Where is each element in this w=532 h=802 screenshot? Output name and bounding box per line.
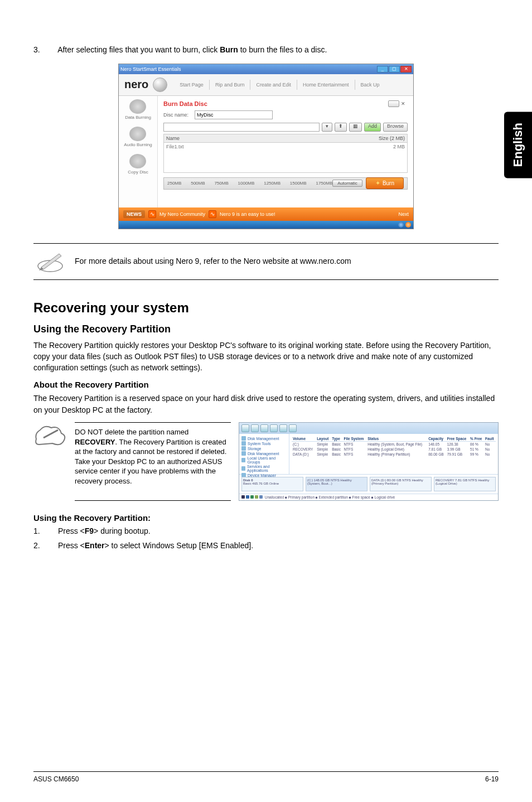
tab-create-edit[interactable]: Create and Edit — [250, 80, 297, 90]
sidebar-copy-disc[interactable]: Copy Disc — [128, 154, 148, 175]
col-size: Size (2 MB) — [379, 136, 405, 141]
disk-layout-bar: Disk 0Basic 465.76 GB Online (C:) 148.05… — [239, 474, 498, 494]
add-button[interactable]: Add — [364, 123, 381, 132]
recovery-paragraph-2: The Recovery Partition is a reserved spa… — [33, 393, 499, 416]
file-list[interactable]: Name Size (2 MB) File1.txt 2 MB — [163, 134, 408, 173]
rss-icon[interactable]: ∿ — [209, 210, 216, 218]
partition-c[interactable]: (C:) 148.05 GB NTFS Healthy (System, Boo… — [306, 477, 367, 491]
step-3-text-a: After selecting files that you want to b… — [57, 45, 220, 54]
disk-legend: Unallocated ■ Primary partition ■ Extend… — [239, 494, 498, 500]
tree-item[interactable]: Disk Management — [241, 451, 287, 456]
toolbar-icon — [289, 424, 297, 432]
minimize-button[interactable]: _ — [377, 66, 388, 73]
recovery-paragraph-1: The Recovery Partition quickly restores … — [33, 340, 499, 374]
col-header: File System — [342, 436, 366, 442]
step-2-text-a: Press < — [58, 541, 85, 550]
note-text: For more details about using Nero 9, ref… — [75, 256, 351, 267]
tab-rip-burn[interactable]: Rip and Burn — [209, 80, 250, 90]
col-header: Status — [366, 436, 427, 442]
footer-dot-icon — [398, 222, 404, 228]
sidebar-audio-burning[interactable]: Audio Burning — [124, 127, 152, 147]
col-header: Layout — [316, 436, 331, 442]
tab-backup[interactable]: Back Up — [355, 80, 385, 90]
close-button[interactable]: ✕ — [400, 66, 412, 73]
warning-text: DO NOT delete the partition named RECOVE… — [75, 422, 231, 501]
footer-dot-icon — [405, 222, 411, 228]
legend-text: Unallocated ■ Primary partition ■ Extend… — [265, 495, 395, 499]
news-item-1[interactable]: My Nero Community — [159, 211, 205, 217]
disc-name-input[interactable] — [195, 110, 273, 119]
nero-sidebar: Data Burning Audio Burning Copy Disc — [119, 96, 158, 207]
language-tab: English — [504, 112, 532, 178]
news-item-2[interactable]: Nero 9 is an easy to use! — [220, 211, 275, 217]
rss-icon[interactable]: ∿ — [148, 210, 156, 218]
disk-volume-table: Volume Layout Type File System Status Ca… — [289, 434, 498, 474]
tick: 500MB — [191, 181, 205, 186]
nero-news-bar: NEWS ∿ My Nero Community ∿ Nero 9 is an … — [119, 207, 413, 221]
nero-titlebar: Nero StartSmart Essentials _ ▢ ✕ — [119, 64, 413, 74]
copy-disc-icon — [129, 154, 146, 168]
step-3-num: 3. — [33, 45, 56, 56]
news-next[interactable]: Next — [398, 211, 409, 217]
col-header: % Free — [469, 436, 484, 442]
panel-close[interactable]: ✕ — [388, 100, 405, 107]
col-header: Type — [331, 436, 342, 442]
sidebar-label: Copy Disc — [128, 170, 148, 175]
automatic-dropdown[interactable]: Automatic — [332, 180, 362, 187]
table-row[interactable]: RECOVERYSimpleBasicNTFSHealthy (Logical … — [292, 447, 496, 452]
disc-icon — [129, 99, 146, 114]
tree-item[interactable]: System Tools — [241, 441, 287, 446]
up-folder-button[interactable]: ⬆ — [335, 123, 347, 132]
glossy-orb-icon — [153, 78, 167, 92]
partition-d[interactable]: DATA (D:) 80.00 GB NTFS Healthy (Primary… — [370, 477, 432, 491]
page-footer: ASUS CM6650 6-19 — [33, 771, 499, 783]
maximize-button[interactable]: ▢ — [389, 66, 400, 73]
tree-item[interactable]: Disk Management — [241, 436, 287, 441]
path-input[interactable] — [163, 123, 320, 132]
sidebar-label: Data Burning — [125, 115, 151, 120]
dropdown-icon[interactable]: ▾ — [322, 123, 332, 132]
tree-item[interactable]: Storage — [241, 446, 287, 451]
tree-item[interactable]: Local Users and Groups — [241, 456, 287, 464]
table-row[interactable]: (C:)SimpleBasicNTFSHealthy (System, Boot… — [292, 442, 496, 447]
tab-home-ent[interactable]: Home Entertainment — [297, 80, 355, 90]
disk-management-screenshot: Disk Management System Tools Storage Dis… — [239, 422, 499, 501]
capacity-ruler: 250MB 500MB 750MB 1000MB 1250MB 1500MB 1… — [163, 177, 408, 190]
step-1-text-a: Press < — [58, 526, 85, 535]
list-item[interactable]: File1.txt 2 MB — [164, 143, 407, 151]
tick: 1250MB — [264, 181, 280, 186]
recovery-step-2: 2. Press <Enter> to select Windows Setup… — [33, 540, 499, 552]
step-1-text-b: > during bootup. — [94, 526, 151, 535]
file-size: 2 MB — [393, 144, 405, 149]
toolbar-icon — [251, 424, 259, 432]
nero-footer — [119, 221, 413, 229]
recovering-heading: Recovering your system — [33, 300, 499, 316]
footer-model: ASUS CM6650 — [33, 775, 79, 783]
step-2-key: Enter — [85, 541, 105, 550]
tick: 1500MB — [290, 181, 307, 186]
toolbar-icon — [279, 424, 287, 432]
browse-button[interactable]: Browse — [383, 123, 408, 132]
view-button[interactable]: ▦ — [349, 123, 362, 132]
warn-text-a: DO NOT delete the partition named — [75, 428, 188, 436]
partition-recovery[interactable]: RECOVERY 7.81 GB NTFS Healthy (Logical D… — [434, 477, 496, 491]
burn-button[interactable]: ✦Burn — [366, 177, 404, 189]
step-3: 3. After selecting files that you want t… — [33, 45, 499, 56]
step-3-bold: Burn — [220, 45, 238, 54]
recovery-step-1: 1. Press <F9> during bootup. — [33, 526, 499, 537]
tree-item[interactable]: Services and Applications — [241, 465, 287, 472]
col-header: Fault — [484, 436, 496, 442]
disc-name-label: Disc name: — [163, 112, 191, 118]
step-2-num: 2. — [33, 540, 56, 552]
tab-start-page[interactable]: Start Page — [174, 80, 209, 90]
col-header: Free Space — [446, 436, 469, 442]
nero-title-text: Nero StartSmart Essentials — [120, 66, 181, 72]
tick: 1000MB — [238, 181, 255, 186]
burn-data-disc-title: Burn Data Disc — [163, 100, 408, 107]
audio-disc-icon — [129, 127, 146, 141]
col-header: Capacity — [427, 436, 446, 442]
sidebar-data-burning[interactable]: Data Burning — [125, 99, 151, 120]
table-row[interactable]: DATA (D:)SimpleBasicNTFSHealthy (Primary… — [292, 452, 496, 457]
step-1-num: 1. — [33, 526, 56, 537]
warning-icon — [33, 422, 67, 501]
